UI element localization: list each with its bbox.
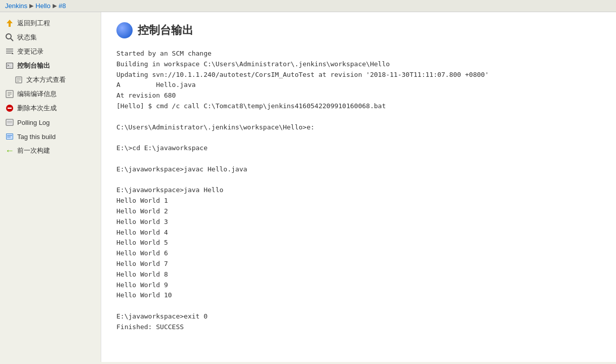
breadcrumb-build-number[interactable]: #8 bbox=[59, 2, 66, 10]
svg-marker-6 bbox=[12, 52, 14, 54]
sidebar-item-delete-build[interactable]: 删除本次生成 bbox=[0, 101, 101, 115]
sidebar-item-tag-build[interactable]: Tag this build bbox=[0, 129, 101, 144]
breadcrumb-sep-2: ▶ bbox=[53, 3, 57, 9]
sidebar-label-prev: 前一次构建 bbox=[17, 146, 50, 155]
breadcrumb-hello[interactable]: Hello bbox=[35, 2, 51, 10]
tag-icon bbox=[5, 132, 14, 141]
svg-text:>_: >_ bbox=[7, 64, 11, 67]
console-title-icon bbox=[116, 22, 133, 38]
svg-marker-0 bbox=[7, 20, 13, 27]
sidebar-label-status: 状态集 bbox=[17, 33, 37, 42]
pencil-icon bbox=[5, 47, 14, 56]
delete-icon bbox=[5, 104, 14, 113]
arrow-up-icon bbox=[5, 19, 14, 28]
breadcrumb: Jenkins ▶ Hello ▶ #8 bbox=[0, 0, 616, 12]
edit-icon bbox=[5, 89, 14, 99]
sidebar-item-prev-build[interactable]: ← 前一次构建 bbox=[0, 144, 101, 158]
sidebar-item-status[interactable]: 状态集 bbox=[0, 30, 101, 44]
polling-icon bbox=[5, 118, 14, 127]
footer: https://blog.csdn.net/sinat_34817187 bbox=[0, 362, 616, 364]
svg-rect-4 bbox=[6, 51, 13, 52]
svg-rect-25 bbox=[7, 134, 13, 139]
page-title-container: 控制台输出 bbox=[116, 22, 601, 38]
sidebar-item-console-output[interactable]: >_ 控制台输出 bbox=[0, 59, 101, 73]
sidebar-item-polling-log[interactable]: Polling Log bbox=[0, 115, 101, 129]
breadcrumb-sep-1: ▶ bbox=[29, 3, 33, 9]
sidebar-item-back-to-project[interactable]: 返回到工程 bbox=[0, 16, 101, 30]
svg-line-2 bbox=[11, 38, 13, 41]
sidebar-item-changes[interactable]: 变更记录 bbox=[0, 44, 101, 59]
svg-rect-21 bbox=[7, 120, 13, 125]
breadcrumb-jenkins[interactable]: Jenkins bbox=[5, 2, 27, 10]
console-output-text: Started by an SCM change Building in wor… bbox=[116, 49, 601, 333]
sidebar: 返回到工程 状态集 变更记录 bbox=[0, 12, 101, 362]
sidebar-label-back: 返回到工程 bbox=[17, 19, 50, 28]
sidebar-item-edit-build[interactable]: 编辑编译信息 bbox=[0, 87, 101, 101]
sidebar-label-delete: 删除本次生成 bbox=[17, 104, 57, 113]
magnifier-icon bbox=[5, 33, 14, 42]
prev-icon: ← bbox=[5, 146, 14, 155]
page-title: 控制台输出 bbox=[138, 23, 193, 38]
svg-point-1 bbox=[6, 34, 11, 39]
sidebar-label-polling: Polling Log bbox=[17, 119, 50, 126]
sidebar-label-tag: Tag this build bbox=[17, 133, 56, 141]
sidebar-label-text: 文本方式查看 bbox=[26, 75, 66, 84]
console-icon: >_ bbox=[5, 61, 14, 70]
content-area: 控制台输出 Started by an SCM change Building … bbox=[101, 12, 616, 362]
sidebar-label-console: 控制台输出 bbox=[17, 61, 50, 70]
sidebar-label-changes: 变更记录 bbox=[17, 47, 44, 56]
sidebar-item-view-as-text[interactable]: 文本方式查看 bbox=[0, 73, 101, 87]
sidebar-label-edit: 编辑编译信息 bbox=[17, 89, 57, 99]
svg-rect-3 bbox=[6, 49, 13, 50]
svg-rect-5 bbox=[6, 53, 11, 54]
text-icon bbox=[14, 75, 23, 84]
main-layout: 返回到工程 状态集 变更记录 bbox=[0, 12, 616, 362]
